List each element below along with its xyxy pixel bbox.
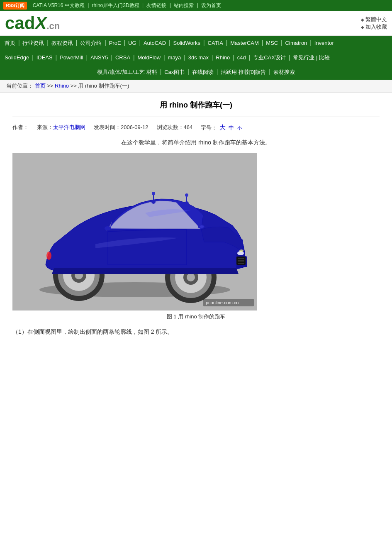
nav3-mold[interactable]: 模具/流体/加工/工艺 材料 [97, 69, 157, 75]
svg-point-11 [187, 273, 195, 281]
breadcrumb-rhino[interactable]: Rhino [55, 83, 69, 89]
nav2-ideas[interactable]: IDEAS [37, 54, 53, 61]
nav2-rhino[interactable]: Rhino [216, 54, 230, 61]
svg-point-21 [105, 226, 111, 230]
logo[interactable]: cadX.cn [5, 15, 60, 32]
article-container: 用 rhino 制作跑车(一) 作者： 来源：太平洋电脑网 发表时间：2006-… [0, 93, 392, 345]
nav1-home[interactable]: 首页 [5, 40, 15, 46]
svg-point-17 [239, 249, 243, 252]
top-link-rhino[interactable]: rhino犀牛入门3D教程 [92, 2, 139, 8]
nav3-online-read[interactable]: 在线阅读 [192, 69, 214, 75]
rss-badge[interactable]: RSS订阅 [3, 2, 27, 10]
nav1-industry[interactable]: 行业资讯 [22, 40, 44, 46]
nav1-inventor[interactable]: Inventor [314, 40, 334, 46]
nav1-autocad[interactable]: AutoCAD [144, 40, 166, 46]
nav2-cax-design[interactable]: 专业CAX设计 [253, 54, 286, 61]
nav2-industry-compare[interactable]: 常见行业 | 比较 [293, 54, 330, 61]
svg-rect-13 [238, 258, 244, 259]
nav2-ansys[interactable]: ANSY5 [90, 54, 108, 61]
breadcrumb-prefix: 当前位置： [6, 83, 33, 89]
article-content: （1）在侧面视图里，绘制出侧面的两条轮廓线，如图 2 所示。 [12, 327, 380, 337]
nav2-maya[interactable]: maya [168, 54, 181, 61]
nav2-c4d[interactable]: c4d [237, 54, 246, 61]
traditional-chinese-link[interactable]: 繁體中文 [361, 16, 387, 23]
breadcrumb-home[interactable]: 首页 [35, 83, 46, 89]
article-fontsize: 字号： 大 中 小 [201, 124, 243, 132]
top-link-friendship[interactable]: 友情链接 [146, 2, 166, 8]
svg-rect-15 [238, 263, 244, 264]
article-source-link[interactable]: 太平洋电脑网 [53, 124, 85, 130]
nav1-company[interactable]: 公司介绍 [80, 40, 102, 46]
top-links: CATIA V5R16 中文教程 | rhino犀牛入门3D教程 | 友情链接 … [31, 2, 223, 9]
top-link-catia[interactable]: CATIA V5R16 中文教程 [33, 2, 85, 8]
svg-point-27 [185, 193, 188, 197]
nav1-catia[interactable]: CATIA [208, 40, 223, 46]
nav-bar-3: 模具/流体/加工/工艺 材料 | Cax图书 | 在线阅读 | 活跃用 推荐[0… [0, 65, 392, 79]
article-meta: 作者： 来源：太平洋电脑网 发表时间：2006-09-12 浏览次数：464 字… [12, 120, 380, 135]
fontsize-mid-link[interactable]: 中 [229, 125, 234, 131]
header-right-links: 繁體中文 加入收藏 [361, 16, 387, 31]
article-title: 用 rhino 制作跑车(一) [12, 97, 380, 113]
nav1-proe[interactable]: ProE [109, 40, 121, 46]
nav3-active-users[interactable]: 活跃用 推荐[0]版告 [221, 69, 266, 75]
car-svg: pconline.com.cn [12, 153, 257, 311]
nav1-ug[interactable]: UG [128, 40, 136, 46]
add-bookmark-link[interactable]: 加入收藏 [361, 23, 387, 31]
article-date: 发表时间：2006-09-12 [94, 124, 149, 131]
article-source: 来源：太平洋电脑网 [37, 124, 85, 131]
breadcrumb-sep2: >> [71, 83, 78, 89]
svg-point-24 [152, 192, 155, 195]
breadcrumb: 当前位置： 首页 >> Rhino >> 用 rhino 制作跑车(一) [0, 80, 392, 93]
header: cadX.cn 繁體中文 加入收藏 [0, 11, 392, 36]
article-intro: 在这个教学里，将简单介绍用 rhino 制作跑车的基本方法。 [12, 139, 380, 147]
fontsize-small-link[interactable]: 小 [237, 125, 242, 130]
nav2-powermill[interactable]: PowerMill [60, 54, 83, 61]
fontsize-big-link[interactable]: 大 [219, 124, 226, 131]
nav2-solidedge[interactable]: SolidEdge [5, 54, 29, 61]
article-divider [12, 117, 380, 117]
car-image-wrapper: pconline.com.cn 图 1 用 rhino 制作的跑车 [12, 153, 380, 320]
logo-cn: .cn [46, 21, 60, 31]
nav1-msc[interactable]: MSC [266, 40, 278, 46]
logo-cad: cad [5, 13, 35, 33]
nav1-mastercam[interactable]: MasterCAM [230, 40, 259, 46]
nav-bar-2: SolidEdge | IDEAS | PowerMill | ANSY5 | … [0, 50, 392, 65]
article-content-p1: （1）在侧面视图里，绘制出侧面的两条轮廓线，如图 2 所示。 [12, 327, 380, 337]
nav1-solidworks[interactable]: SolidWorks [173, 40, 201, 46]
svg-point-18 [46, 252, 51, 260]
breadcrumb-sep1: >> [47, 83, 55, 89]
car-image: pconline.com.cn [12, 153, 257, 311]
nav1-tutorial[interactable]: 教程资讯 [51, 40, 73, 46]
top-bar: RSS订阅 CATIA V5R16 中文教程 | rhino犀牛入门3D教程 |… [0, 0, 392, 11]
nav2-3dsmax[interactable]: 3ds max [188, 54, 209, 61]
nav2-crsa[interactable]: CRSA [115, 54, 130, 61]
svg-text:pconline.com.cn: pconline.com.cn [206, 300, 239, 305]
image-caption: 图 1 用 rhino 制作的跑车 [12, 313, 380, 320]
top-link-search[interactable]: 站内搜索 [174, 2, 194, 8]
svg-point-20 [200, 225, 204, 228]
svg-rect-14 [238, 260, 244, 262]
top-link-homepage[interactable]: 设为首页 [201, 2, 221, 8]
nav3-resource-search[interactable]: 素材搜索 [273, 69, 295, 75]
nav3-books[interactable]: Cax图书 [164, 69, 185, 75]
article-views: 浏览次数：464 [157, 124, 193, 131]
breadcrumb-current: 用 rhino 制作跑车(一) [78, 83, 129, 89]
article-author: 作者： [12, 124, 29, 131]
nav-bar-1: 首页 | 行业资讯 | 教程资讯 | 公司介绍 | ProE | UG | Au… [0, 36, 392, 50]
nav2-moldflow[interactable]: MoldFlow [138, 54, 161, 61]
logo-x: X [35, 13, 46, 33]
nav1-cimatron[interactable]: Cimatron [285, 40, 307, 46]
